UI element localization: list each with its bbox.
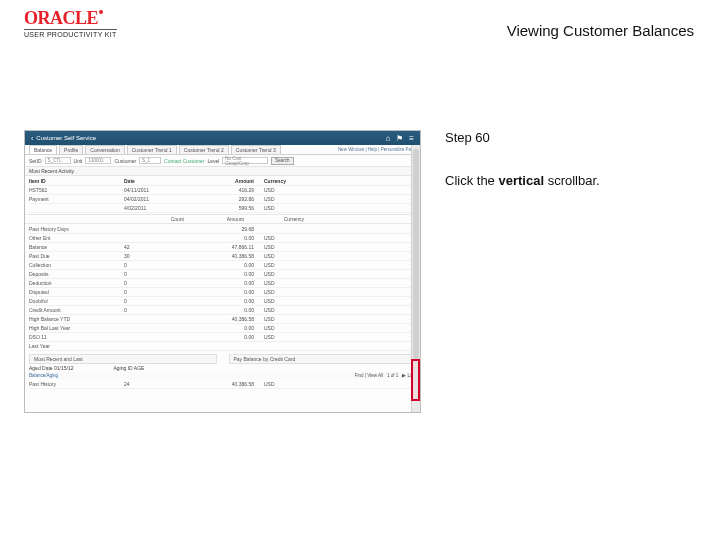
tab-balance[interactable]: Balance — [29, 145, 57, 154]
grid-row: Past Due3040,386.58USD — [29, 252, 416, 261]
grid-row: DSO 110.00USD — [29, 333, 416, 342]
contact-link[interactable]: Contact Customer — [164, 158, 204, 164]
back-icon[interactable]: ‹ — [31, 135, 33, 142]
grid-row: Deduction00.00USD — [29, 279, 416, 288]
home-icon[interactable]: ⌂ — [385, 134, 390, 143]
col-currency: Currency — [264, 178, 304, 184]
grid-row: High Bal Last Year0.00USD — [29, 324, 416, 333]
tab-trend2[interactable]: Customer Trend 2 — [179, 145, 229, 154]
flag-icon[interactable]: ⚑ — [396, 134, 403, 143]
tab-trend3[interactable]: Customer Trend 3 — [231, 145, 281, 154]
balance-aging-link[interactable]: Balance/Aging — [29, 373, 58, 378]
grid-row: Past History2440,386.58USD — [29, 380, 416, 389]
scrollbar-thumb[interactable] — [413, 149, 419, 359]
menu-icon[interactable]: ≡ — [409, 134, 414, 143]
customer-label: Customer — [114, 158, 136, 164]
level-label: Level — [207, 158, 219, 164]
col-itemid: Item ID — [29, 178, 124, 184]
step-number: Step 60 — [445, 130, 685, 145]
sub-header-row: Count Amount Currency — [25, 214, 420, 224]
tab-row: Balance Profile Conversation Customer Tr… — [25, 145, 420, 155]
grid-row: High Balance YTD40,386.58USD — [29, 315, 416, 324]
logo-dot — [99, 10, 103, 14]
grid-row: Disputed00.00USD — [29, 288, 416, 297]
page-title: Viewing Customer Balances — [507, 22, 694, 39]
scrollbar-highlight — [411, 359, 420, 401]
panel-most-recent[interactable]: Most Recent and Last — [29, 354, 217, 364]
tab-profile[interactable]: Profile — [59, 145, 83, 154]
logo-sub-text: USER PRODUCTIVITY KIT — [24, 29, 117, 38]
panel-pay-balance[interactable]: Pay Balance by Credit Card — [229, 354, 417, 364]
instruction-text: Click the vertical scrollbar. — [445, 173, 685, 188]
grid-row: Last Year — [29, 342, 416, 351]
setid-label: SetID — [29, 158, 42, 164]
grid-header-row: Item ID Date Amount Currency — [29, 177, 416, 186]
section-recent-activity: Most Recent Activity — [25, 167, 420, 176]
col-amount: Amount — [204, 178, 264, 184]
unit-label: Unit — [74, 158, 83, 164]
tab-conversation[interactable]: Conversation — [85, 145, 124, 154]
instruction-panel: Step 60 Click the vertical scrollbar. — [445, 130, 685, 188]
col-date: Date — [124, 178, 204, 184]
grid-row: Collection00.00USD — [29, 261, 416, 270]
setid-input[interactable]: S_CTL — [45, 157, 71, 164]
application-screenshot: ‹ Customer Self Service ⌂ ⚑ ≡ Balance Pr… — [24, 130, 421, 413]
app-title: Customer Self Service — [36, 135, 96, 141]
grid-row: Deposits00.00USD — [29, 270, 416, 279]
grid-row: Credit Amount00.00USD — [29, 306, 416, 315]
grid-row: Past History Days29.68 — [29, 225, 416, 234]
unit-input[interactable]: 130001 — [85, 157, 111, 164]
search-button[interactable]: Search — [271, 157, 293, 165]
grid-row: HST56104/11/2011416.29USD — [29, 186, 416, 195]
grid-row: Balance4247,866.11USD — [29, 243, 416, 252]
tab-trend1[interactable]: Customer Trend 1 — [127, 145, 177, 154]
grid-row: Doubtful00.00USD — [29, 297, 416, 306]
oracle-logo: ORACLE USER PRODUCTIVITY KIT — [24, 8, 117, 38]
logo-main-text: ORACLE — [24, 8, 98, 28]
dates-row: Aged Date 01/15/12 Aging ID AGE — [25, 364, 420, 372]
pager-text: 1 of 1 — [387, 373, 398, 378]
nav-links[interactable]: New Window | Help | Personalize Page — [338, 147, 416, 152]
grid-row: Other Ent0.00USD — [29, 234, 416, 243]
find-row: Balance/Aging Find | View All 1 of 1 ▶ L… — [25, 372, 420, 379]
level-select[interactable]: No Cust Group/Corp — [222, 157, 268, 164]
grid-row: 4/02/2011599.56USD — [29, 204, 416, 213]
app-titlebar: ‹ Customer Self Service ⌂ ⚑ ≡ — [25, 131, 420, 145]
customer-input[interactable]: S_1 — [139, 157, 161, 164]
find-viewall[interactable]: Find | View All — [355, 373, 383, 378]
grid-row: Payment04/02/2011292.86USD — [29, 195, 416, 204]
filter-row: SetID S_CTL Unit 130001 Customer S_1 Con… — [25, 155, 420, 167]
